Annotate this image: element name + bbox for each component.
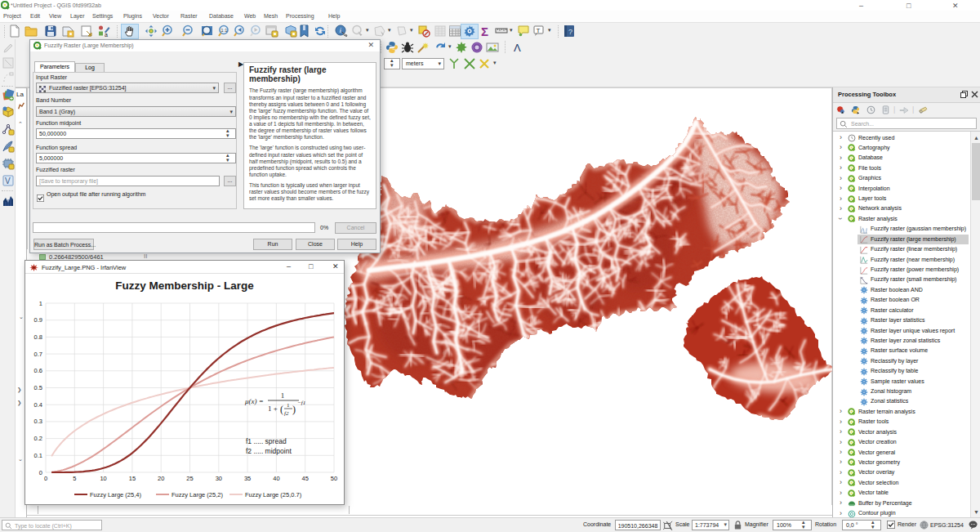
- svg-text:0.1: 0.1: [34, 452, 42, 459]
- svg-text:50: 50: [331, 475, 337, 482]
- svg-text:Fuzzy Large (25,0.7): Fuzzy Large (25,0.7): [245, 491, 302, 498]
- svg-text:30: 30: [216, 475, 222, 482]
- svg-text:f2: f2: [284, 410, 289, 417]
- svg-text:25: 25: [186, 475, 193, 482]
- svg-text:Fuzzy Large (25,4): Fuzzy Large (25,4): [90, 491, 141, 498]
- svg-text:1 +: 1 +: [268, 405, 278, 413]
- svg-text:35: 35: [244, 475, 251, 482]
- svg-text:): ): [292, 404, 296, 415]
- svg-text:0: 0: [44, 475, 47, 482]
- svg-text:1: 1: [281, 391, 285, 400]
- svg-text:20: 20: [158, 475, 164, 482]
- svg-text:T: T: [537, 27, 541, 34]
- svg-text:V: V: [5, 177, 11, 186]
- svg-text:1: 1: [287, 402, 290, 409]
- svg-text:15: 15: [129, 475, 136, 482]
- svg-text:Fuzzy Large (25,2): Fuzzy Large (25,2): [172, 491, 223, 498]
- svg-text:0.9: 0.9: [34, 316, 42, 324]
- svg-text:f1 ..... spread: f1 ..... spread: [246, 437, 287, 445]
- svg-text:Fuzzy Membership - Large: Fuzzy Membership - Large: [115, 279, 254, 292]
- svg-text:?: ?: [568, 28, 572, 36]
- svg-text:(: (: [280, 404, 283, 415]
- svg-text:f2 ..... midpoint: f2 ..... midpoint: [246, 447, 292, 455]
- svg-text:a: a: [105, 32, 108, 38]
- svg-text:0.4: 0.4: [34, 401, 42, 409]
- svg-text:40: 40: [273, 475, 279, 482]
- svg-text:0.7: 0.7: [34, 351, 42, 358]
- svg-text:0.3: 0.3: [34, 418, 42, 425]
- svg-text:0.5: 0.5: [34, 384, 42, 391]
- svg-text:Λ: Λ: [514, 42, 521, 54]
- svg-text:Σ: Σ: [481, 25, 488, 38]
- svg-text:1: 1: [39, 300, 42, 307]
- svg-text:0.8: 0.8: [34, 333, 42, 341]
- svg-text:10: 10: [100, 475, 106, 482]
- svg-text:5: 5: [73, 475, 76, 482]
- svg-text:1:1: 1:1: [221, 28, 228, 33]
- svg-text:45: 45: [302, 475, 309, 482]
- svg-text:−f1: −f1: [297, 400, 305, 406]
- svg-text:0.6: 0.6: [34, 367, 42, 374]
- svg-text:μ(x) =: μ(x) =: [244, 397, 264, 405]
- svg-text:0: 0: [39, 469, 42, 476]
- svg-text:0.2: 0.2: [34, 435, 42, 442]
